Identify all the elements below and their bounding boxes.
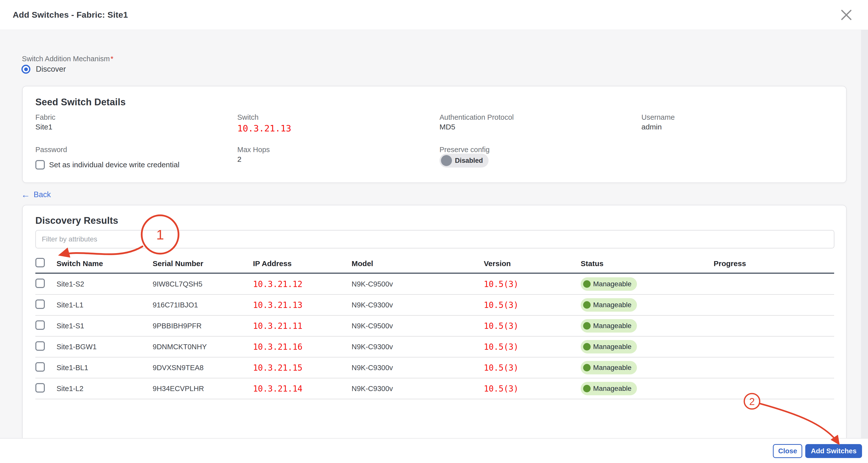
serial-number-cell: 9IW8CL7QSH5 [153, 280, 253, 288]
close-button[interactable]: Close [773, 444, 802, 458]
row-checkbox[interactable] [35, 320, 45, 330]
status-dot-icon [583, 322, 591, 330]
preserve-config-toggle[interactable]: Disabled [439, 154, 489, 167]
version-cell: 10.5(3) [484, 279, 581, 289]
row-checkbox[interactable] [35, 300, 45, 309]
switch-value: 10.3.21.13 [237, 123, 291, 133]
switch-name-cell: Site1-BL1 [57, 364, 153, 372]
column-version[interactable]: Version [484, 259, 581, 268]
ip-address-cell: 10.3.21.16 [253, 342, 351, 352]
ip-address-cell: 10.3.21.14 [253, 384, 351, 394]
write-credential-checkbox[interactable] [35, 160, 45, 169]
table-row: Site1-S19PBBIBH9PFR10.3.21.11N9K-C9500v1… [35, 316, 834, 337]
status-dot-icon [583, 343, 591, 350]
fabric-value: Site1 [35, 123, 52, 131]
toggle-state-label: Disabled [455, 157, 483, 164]
table-header-row: Switch Name Serial Number IP Address Mod… [35, 254, 834, 273]
discovery-results-card: Discovery Results Switch Name Serial Num… [22, 205, 846, 438]
write-credential-option[interactable]: Set as individual device write credentia… [35, 160, 180, 169]
model-cell: N9K-C9300v [351, 364, 484, 372]
select-all-checkbox[interactable] [35, 258, 45, 267]
status-dot-icon [583, 301, 591, 309]
version-cell: 10.5(3) [484, 300, 581, 310]
row-checkbox[interactable] [35, 279, 45, 288]
serial-number-cell: 9H34ECVPLHR [153, 384, 253, 393]
row-checkbox[interactable] [35, 362, 45, 372]
filter-input[interactable] [35, 230, 834, 248]
switch-name-cell: Site1-L2 [57, 384, 153, 393]
close-icon[interactable] [840, 9, 852, 21]
column-serial-number[interactable]: Serial Number [153, 259, 253, 268]
back-link[interactable]: ← Back [21, 190, 51, 199]
status-dot-icon [583, 364, 591, 371]
model-cell: N9K-C9300v [351, 301, 484, 309]
version-cell: 10.5(3) [484, 363, 581, 373]
status-text: Manageable [593, 280, 631, 288]
switch-name-cell: Site1-S2 [57, 280, 153, 288]
discovery-title: Discovery Results [35, 215, 118, 226]
ip-address-cell: 10.3.21.12 [253, 279, 351, 289]
max-hops-label: Max Hops [237, 146, 270, 154]
serial-number-cell: 9DVXSN9TEA8 [153, 364, 253, 372]
status-dot-icon [583, 280, 591, 288]
ip-address-cell: 10.3.21.15 [253, 363, 351, 373]
status-text: Manageable [593, 343, 631, 351]
column-status[interactable]: Status [581, 259, 714, 268]
status-text: Manageable [593, 384, 631, 393]
username-label: Username [642, 113, 675, 121]
status-dot-icon [583, 385, 591, 392]
serial-number-cell: 916C71IBJO1 [153, 301, 253, 309]
switch-name-cell: Site1-S1 [57, 322, 153, 330]
required-asterisk: * [111, 55, 113, 63]
radio-selected-icon [22, 65, 30, 74]
seed-card-title: Seed Switch Details [35, 97, 126, 107]
status-text: Manageable [593, 301, 631, 309]
status-cell: Manageable [581, 319, 714, 333]
mechanism-label-text: Switch Addition Mechanism [22, 55, 110, 63]
model-cell: N9K-C9300v [351, 384, 484, 393]
status-cell: Manageable [581, 382, 714, 395]
ip-address-cell: 10.3.21.13 [253, 300, 351, 310]
dialog-title: Add Switches - Fabric: Site1 [13, 10, 128, 20]
back-label: Back [34, 190, 51, 199]
dialog-footer: Close Add Switches [0, 438, 868, 463]
table-row: Site1-BL19DVXSN9TEA810.3.21.15N9K-C9300v… [35, 358, 834, 378]
serial-number-cell: 9PBBIBH9PFR [153, 322, 253, 330]
switch-name-cell: Site1-L1 [57, 301, 153, 309]
row-checkbox[interactable] [35, 383, 45, 393]
scrollbar[interactable] [861, 30, 868, 438]
status-badge: Manageable [581, 382, 637, 395]
dialog-body: Switch Addition Mechanism* Discover Seed… [0, 30, 868, 438]
add-switches-button[interactable]: Add Switches [805, 444, 862, 458]
discover-radio[interactable]: Discover [22, 65, 66, 74]
switch-name-cell: Site1-BGW1 [57, 343, 153, 351]
column-model[interactable]: Model [351, 259, 484, 268]
status-badge: Manageable [581, 340, 637, 353]
column-progress[interactable]: Progress [714, 259, 834, 268]
row-checkbox[interactable] [35, 341, 45, 351]
status-cell: Manageable [581, 298, 714, 312]
write-credential-label: Set as individual device write credentia… [49, 160, 180, 169]
preserve-config-label: Preserve config [439, 146, 490, 154]
mechanism-label: Switch Addition Mechanism* [22, 55, 113, 63]
table-row: Site1-S29IW8CL7QSH510.3.21.12N9K-C9500v1… [35, 274, 834, 295]
username-value: admin [642, 123, 662, 131]
status-cell: Manageable [581, 361, 714, 374]
fabric-label: Fabric [35, 113, 56, 121]
column-ip-address[interactable]: IP Address [253, 259, 351, 268]
model-cell: N9K-C9500v [351, 322, 484, 330]
dialog-header: Add Switches - Fabric: Site1 [0, 0, 868, 30]
version-cell: 10.5(3) [484, 321, 581, 331]
column-switch-name[interactable]: Switch Name [57, 259, 153, 268]
status-cell: Manageable [581, 277, 714, 291]
model-cell: N9K-C9500v [351, 280, 484, 288]
status-badge: Manageable [581, 361, 637, 374]
version-cell: 10.5(3) [484, 384, 581, 394]
table-row: Site1-L1916C71IBJO110.3.21.13N9K-C9300v1… [35, 295, 834, 316]
model-cell: N9K-C9300v [351, 343, 484, 351]
table-body: Site1-S29IW8CL7QSH510.3.21.12N9K-C9500v1… [35, 274, 834, 399]
discovery-table: Switch Name Serial Number IP Address Mod… [35, 254, 834, 399]
auth-protocol-value: MD5 [439, 123, 455, 131]
ip-address-cell: 10.3.21.11 [253, 321, 351, 331]
status-badge: Manageable [581, 319, 637, 333]
